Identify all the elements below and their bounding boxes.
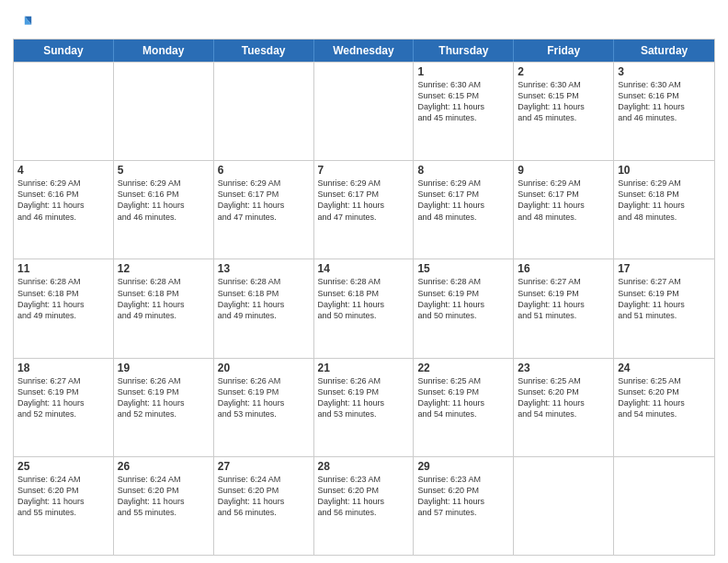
cell-sun-info: Sunrise: 6:26 AM Sunset: 6:19 PM Dayligh…: [118, 375, 210, 420]
cell-date-number: 18: [17, 362, 109, 374]
calendar-cell: 15Sunrise: 6:28 AM Sunset: 6:19 PM Dayli…: [414, 259, 514, 357]
calendar-row-2: 4Sunrise: 6:29 AM Sunset: 6:16 PM Daylig…: [14, 160, 714, 259]
cell-sun-info: Sunrise: 6:25 AM Sunset: 6:20 PM Dayligh…: [618, 375, 711, 420]
cell-sun-info: Sunrise: 6:27 AM Sunset: 6:19 PM Dayligh…: [518, 276, 609, 321]
cell-date-number: 12: [118, 262, 210, 275]
calendar-cell: 4Sunrise: 6:29 AM Sunset: 6:16 PM Daylig…: [14, 161, 114, 259]
cell-date-number: 25: [17, 460, 109, 473]
calendar-cell: [614, 457, 714, 555]
cell-date-number: 2: [518, 65, 609, 78]
calendar-row-1: 1Sunrise: 6:30 AM Sunset: 6:15 PM Daylig…: [14, 62, 714, 160]
calendar-body: 1Sunrise: 6:30 AM Sunset: 6:15 PM Daylig…: [14, 62, 714, 555]
cell-sun-info: Sunrise: 6:25 AM Sunset: 6:20 PM Dayligh…: [518, 375, 609, 420]
calendar-cell: [314, 63, 415, 160]
cell-sun-info: Sunrise: 6:28 AM Sunset: 6:18 PM Dayligh…: [218, 276, 310, 321]
calendar-cell: 5Sunrise: 6:29 AM Sunset: 6:16 PM Daylig…: [114, 161, 214, 259]
logo-icon: [13, 13, 33, 33]
cell-sun-info: Sunrise: 6:30 AM Sunset: 6:15 PM Dayligh…: [417, 79, 509, 124]
cell-date-number: 24: [618, 362, 711, 374]
calendar-cell: 10Sunrise: 6:29 AM Sunset: 6:18 PM Dayli…: [614, 161, 714, 259]
calendar-row-3: 11Sunrise: 6:28 AM Sunset: 6:18 PM Dayli…: [14, 259, 714, 357]
cell-date-number: 17: [618, 262, 711, 275]
header: [13, 9, 715, 33]
cell-sun-info: Sunrise: 6:29 AM Sunset: 6:17 PM Dayligh…: [218, 178, 310, 223]
calendar-cell: 17Sunrise: 6:27 AM Sunset: 6:19 PM Dayli…: [614, 259, 714, 357]
cell-date-number: 14: [318, 262, 410, 275]
cell-date-number: 21: [318, 362, 410, 374]
cell-date-number: 22: [417, 362, 509, 374]
weekday-header-sunday: Sunday: [14, 40, 114, 62]
cell-sun-info: Sunrise: 6:28 AM Sunset: 6:19 PM Dayligh…: [417, 276, 509, 321]
calendar-cell: 1Sunrise: 6:30 AM Sunset: 6:15 PM Daylig…: [414, 63, 514, 160]
cell-date-number: 23: [518, 362, 609, 374]
calendar-cell: [14, 63, 114, 160]
cell-date-number: 13: [218, 262, 310, 275]
cell-sun-info: Sunrise: 6:26 AM Sunset: 6:19 PM Dayligh…: [318, 375, 410, 420]
cell-date-number: 20: [218, 362, 310, 374]
calendar-cell: 29Sunrise: 6:23 AM Sunset: 6:20 PM Dayli…: [414, 457, 514, 555]
cell-date-number: 26: [118, 460, 210, 473]
cell-date-number: 29: [417, 460, 509, 473]
cell-date-number: 19: [118, 362, 210, 374]
calendar-row-4: 18Sunrise: 6:27 AM Sunset: 6:19 PM Dayli…: [14, 358, 714, 456]
calendar-cell: 21Sunrise: 6:26 AM Sunset: 6:19 PM Dayli…: [314, 359, 415, 456]
weekday-header-monday: Monday: [114, 40, 214, 62]
cell-sun-info: Sunrise: 6:27 AM Sunset: 6:19 PM Dayligh…: [618, 276, 711, 321]
calendar-cell: 3Sunrise: 6:30 AM Sunset: 6:16 PM Daylig…: [614, 63, 714, 160]
cell-sun-info: Sunrise: 6:30 AM Sunset: 6:16 PM Dayligh…: [618, 79, 711, 124]
cell-sun-info: Sunrise: 6:29 AM Sunset: 6:17 PM Dayligh…: [318, 178, 410, 223]
cell-sun-info: Sunrise: 6:27 AM Sunset: 6:19 PM Dayligh…: [17, 375, 109, 420]
calendar-cell: 25Sunrise: 6:24 AM Sunset: 6:20 PM Dayli…: [14, 457, 114, 555]
calendar-cell: 20Sunrise: 6:26 AM Sunset: 6:19 PM Dayli…: [214, 359, 314, 456]
cell-date-number: 6: [218, 164, 310, 177]
cell-sun-info: Sunrise: 6:23 AM Sunset: 6:20 PM Dayligh…: [417, 474, 509, 519]
calendar-cell: 13Sunrise: 6:28 AM Sunset: 6:18 PM Dayli…: [214, 259, 314, 357]
cell-date-number: 27: [218, 460, 310, 473]
cell-sun-info: Sunrise: 6:30 AM Sunset: 6:15 PM Dayligh…: [518, 79, 609, 124]
calendar-cell: 18Sunrise: 6:27 AM Sunset: 6:19 PM Dayli…: [14, 359, 114, 456]
calendar-cell: 14Sunrise: 6:28 AM Sunset: 6:18 PM Dayli…: [314, 259, 415, 357]
cell-date-number: 16: [518, 262, 609, 275]
cell-sun-info: Sunrise: 6:29 AM Sunset: 6:16 PM Dayligh…: [118, 178, 210, 223]
calendar-cell: [514, 457, 614, 555]
cell-date-number: 10: [618, 164, 711, 177]
calendar-cell: 23Sunrise: 6:25 AM Sunset: 6:20 PM Dayli…: [514, 359, 614, 456]
cell-sun-info: Sunrise: 6:28 AM Sunset: 6:18 PM Dayligh…: [17, 276, 109, 321]
calendar-cell: 26Sunrise: 6:24 AM Sunset: 6:20 PM Dayli…: [114, 457, 214, 555]
cell-date-number: 7: [318, 164, 410, 177]
cell-sun-info: Sunrise: 6:25 AM Sunset: 6:19 PM Dayligh…: [417, 375, 509, 420]
calendar-cell: 7Sunrise: 6:29 AM Sunset: 6:17 PM Daylig…: [314, 161, 415, 259]
calendar-cell: 12Sunrise: 6:28 AM Sunset: 6:18 PM Dayli…: [114, 259, 214, 357]
calendar-cell: [114, 63, 214, 160]
logo: [13, 13, 35, 33]
weekday-header-saturday: Saturday: [614, 40, 714, 62]
calendar-header-row: SundayMondayTuesdayWednesdayThursdayFrid…: [14, 40, 714, 62]
cell-sun-info: Sunrise: 6:24 AM Sunset: 6:20 PM Dayligh…: [218, 474, 310, 519]
cell-date-number: 8: [417, 164, 509, 177]
calendar-cell: 8Sunrise: 6:29 AM Sunset: 6:17 PM Daylig…: [414, 161, 514, 259]
cell-sun-info: Sunrise: 6:28 AM Sunset: 6:18 PM Dayligh…: [318, 276, 410, 321]
calendar-cell: 9Sunrise: 6:29 AM Sunset: 6:17 PM Daylig…: [514, 161, 614, 259]
weekday-header-friday: Friday: [514, 40, 614, 62]
cell-date-number: 15: [417, 262, 509, 275]
calendar: SundayMondayTuesdayWednesdayThursdayFrid…: [13, 39, 715, 556]
cell-sun-info: Sunrise: 6:29 AM Sunset: 6:17 PM Dayligh…: [518, 178, 609, 223]
cell-date-number: 9: [518, 164, 609, 177]
cell-date-number: 28: [318, 460, 410, 473]
calendar-row-5: 25Sunrise: 6:24 AM Sunset: 6:20 PM Dayli…: [14, 456, 714, 555]
cell-date-number: 5: [118, 164, 210, 177]
cell-date-number: 11: [17, 262, 109, 275]
calendar-cell: 24Sunrise: 6:25 AM Sunset: 6:20 PM Dayli…: [614, 359, 714, 456]
calendar-cell: 16Sunrise: 6:27 AM Sunset: 6:19 PM Dayli…: [514, 259, 614, 357]
cell-sun-info: Sunrise: 6:29 AM Sunset: 6:17 PM Dayligh…: [417, 178, 509, 223]
calendar-cell: 6Sunrise: 6:29 AM Sunset: 6:17 PM Daylig…: [214, 161, 314, 259]
cell-sun-info: Sunrise: 6:28 AM Sunset: 6:18 PM Dayligh…: [118, 276, 210, 321]
weekday-header-wednesday: Wednesday: [314, 40, 415, 62]
calendar-cell: 28Sunrise: 6:23 AM Sunset: 6:20 PM Dayli…: [314, 457, 415, 555]
cell-sun-info: Sunrise: 6:24 AM Sunset: 6:20 PM Dayligh…: [118, 474, 210, 519]
calendar-cell: 2Sunrise: 6:30 AM Sunset: 6:15 PM Daylig…: [514, 63, 614, 160]
calendar-cell: [214, 63, 314, 160]
calendar-cell: 19Sunrise: 6:26 AM Sunset: 6:19 PM Dayli…: [114, 359, 214, 456]
weekday-header-thursday: Thursday: [414, 40, 514, 62]
cell-sun-info: Sunrise: 6:29 AM Sunset: 6:16 PM Dayligh…: [17, 178, 109, 223]
